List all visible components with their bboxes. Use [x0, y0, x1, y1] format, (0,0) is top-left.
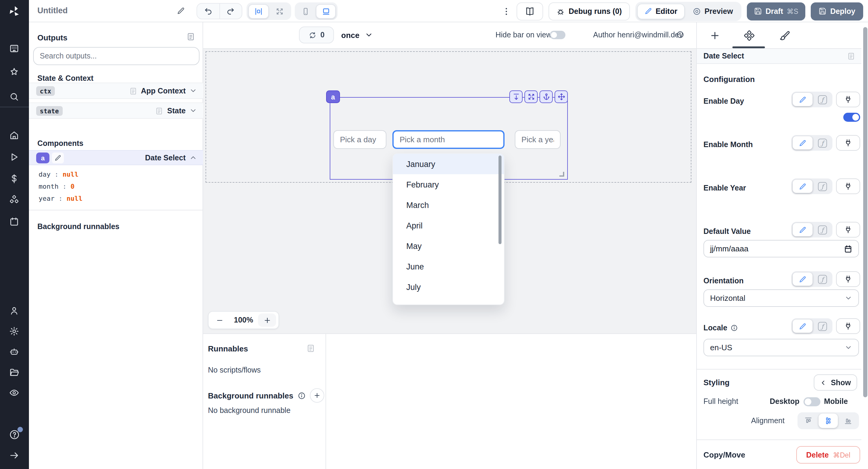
expr-fx-button[interactable]: ƒ — [814, 95, 831, 104]
pick-month-input[interactable] — [393, 130, 504, 149]
draft-button[interactable]: Draft ⌘S — [747, 2, 806, 20]
debug-runs-button[interactable]: Debug runs (0) — [549, 2, 629, 20]
component-a-row[interactable]: a Date Select — [29, 150, 203, 165]
pick-year-input[interactable] — [515, 130, 561, 149]
static-edit-pencil-button[interactable] — [793, 273, 812, 286]
month-option[interactable]: March — [393, 195, 504, 215]
variables-dollar-icon[interactable] — [9, 174, 19, 184]
edit-title-pencil-icon[interactable] — [177, 7, 185, 15]
anchor-handle[interactable] — [539, 90, 553, 103]
workers-robot-icon[interactable] — [9, 347, 19, 357]
move-handle[interactable] — [555, 90, 568, 103]
connect-plug-button[interactable] — [836, 271, 860, 287]
styling-brush-tab-icon[interactable] — [779, 30, 789, 41]
ctx-doc-icon[interactable] — [129, 87, 137, 95]
folders-icon[interactable] — [9, 367, 19, 377]
chevron-down-icon[interactable] — [189, 87, 197, 95]
zoom-in-button[interactable] — [258, 313, 276, 327]
delete-component-button[interactable]: Delete ⌘Del — [796, 446, 860, 464]
enable-day-toggle[interactable] — [843, 113, 860, 122]
outputs-doc-icon[interactable] — [186, 32, 195, 41]
static-edit-pencil-button[interactable] — [793, 319, 812, 333]
align-top-button[interactable] — [799, 413, 818, 428]
expr-fx-button[interactable]: ƒ — [814, 322, 831, 331]
state-row[interactable]: state State — [29, 102, 203, 119]
home-icon[interactable] — [9, 130, 19, 140]
chevron-down-icon[interactable] — [189, 107, 197, 115]
search-icon[interactable] — [9, 92, 19, 102]
audit-eye-icon[interactable] — [9, 387, 19, 398]
mobile-view-button[interactable] — [297, 4, 314, 19]
connect-plug-button[interactable] — [836, 92, 860, 107]
hide-bar-toggle[interactable] — [550, 31, 565, 39]
center-canvas-button[interactable] — [248, 4, 269, 19]
static-edit-pencil-button[interactable] — [793, 180, 812, 193]
locale-select[interactable]: en-US — [704, 339, 859, 356]
calendar-icon[interactable] — [844, 245, 852, 253]
component-doc-icon[interactable] — [847, 52, 855, 60]
run-mode-dropdown[interactable]: once — [341, 27, 373, 43]
full-height-desktop-toggle[interactable] — [804, 397, 821, 406]
month-option[interactable]: April — [393, 215, 504, 236]
runnables-divider[interactable] — [326, 334, 326, 469]
dropdown-scrollbar[interactable] — [498, 156, 501, 244]
maximize-handle[interactable] — [524, 90, 538, 103]
static-edit-pencil-button[interactable] — [793, 93, 812, 106]
search-outputs-input[interactable] — [33, 47, 199, 65]
align-center-button[interactable] — [818, 413, 838, 428]
month-option[interactable]: January — [393, 154, 504, 174]
expand-canvas-button[interactable] — [271, 4, 289, 19]
month-option[interactable]: August — [393, 297, 504, 305]
expr-fx-button[interactable]: ƒ — [814, 225, 831, 234]
static-edit-pencil-button[interactable] — [793, 223, 812, 236]
info-icon[interactable] — [298, 392, 305, 399]
expr-fx-button[interactable]: ƒ — [814, 275, 831, 284]
component-settings-tab-icon[interactable] — [744, 30, 755, 41]
redo-button[interactable] — [220, 4, 242, 19]
deploy-button[interactable]: Deploy — [811, 2, 863, 20]
editor-tab[interactable]: Editor — [637, 3, 684, 19]
collapse-arrow-icon[interactable] — [9, 450, 19, 461]
month-option[interactable]: June — [393, 256, 504, 277]
refresh-count-box[interactable]: 0 — [299, 27, 334, 43]
app-canvas[interactable]: a January February March April May June … — [203, 49, 696, 333]
month-option[interactable]: February — [393, 174, 504, 195]
pick-day-input[interactable] — [333, 130, 386, 149]
styling-show-button[interactable]: Show — [814, 374, 857, 390]
page-scrollbar-thumb[interactable] — [863, 27, 867, 397]
app-title[interactable]: Untitled — [37, 6, 68, 15]
desktop-view-button[interactable] — [316, 4, 336, 19]
month-option[interactable]: May — [393, 236, 504, 256]
info-icon[interactable] — [730, 324, 738, 332]
connect-plug-button[interactable] — [836, 222, 860, 238]
static-edit-pencil-button[interactable] — [793, 136, 812, 150]
default-value-date-input[interactable]: jj/mm/aaaa — [704, 240, 859, 257]
ctx-row[interactable]: ctx App Context — [29, 83, 203, 99]
connect-plug-button[interactable] — [836, 318, 860, 334]
month-option[interactable]: July — [393, 277, 504, 297]
insert-tab-plus-icon[interactable] — [710, 30, 720, 41]
orientation-select[interactable]: Horizontal — [704, 289, 859, 307]
more-menu-icon[interactable] — [502, 6, 512, 16]
schedules-calendar-icon[interactable] — [9, 216, 19, 227]
resources-boxes-icon[interactable] — [9, 195, 19, 205]
expr-fx-button[interactable]: ƒ — [814, 182, 831, 191]
expand-down-handle[interactable] — [509, 90, 523, 103]
settings-gear-icon[interactable] — [9, 326, 19, 336]
expr-fx-button[interactable]: ƒ — [814, 138, 831, 147]
runnables-doc-icon[interactable] — [306, 344, 315, 353]
zoom-out-button[interactable] — [209, 316, 230, 324]
connect-plug-button[interactable] — [836, 135, 860, 151]
user-icon[interactable] — [9, 306, 19, 316]
state-doc-icon[interactable] — [155, 106, 164, 115]
preview-tab[interactable]: Preview — [686, 3, 740, 19]
align-bottom-button[interactable] — [838, 413, 858, 428]
undo-button[interactable] — [197, 4, 219, 19]
docs-book-button[interactable] — [517, 2, 544, 20]
runs-play-icon[interactable] — [9, 152, 19, 162]
favorites-star-icon[interactable] — [9, 67, 19, 77]
component-id-badge[interactable]: a — [326, 90, 340, 103]
apps-icon[interactable] — [9, 43, 19, 54]
connect-plug-button[interactable] — [836, 179, 860, 194]
windmill-logo-icon[interactable] — [7, 4, 22, 19]
